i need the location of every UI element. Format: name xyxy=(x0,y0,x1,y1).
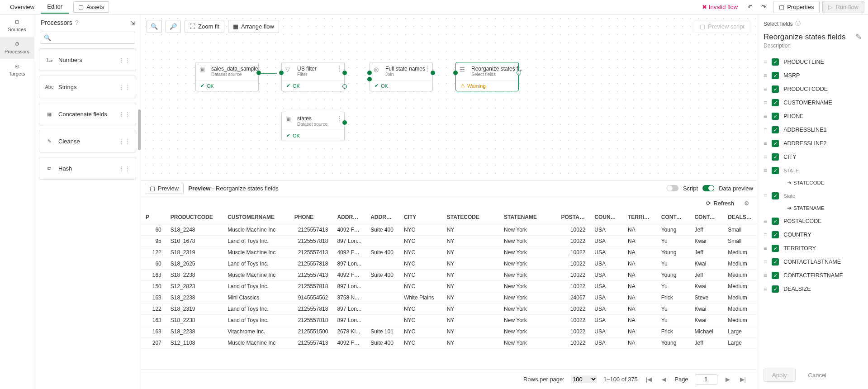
port-in[interactable] xyxy=(279,71,284,75)
field-row[interactable]: ≡ ✓ ADDRESSLINE2 xyxy=(764,137,862,150)
field-checkbox[interactable]: ✓ xyxy=(772,218,779,225)
drag-grip-icon[interactable]: ⋮⋮ xyxy=(119,84,130,90)
settings-icon[interactable]: ⚙ xyxy=(744,200,749,207)
page-input[interactable] xyxy=(695,374,717,384)
node-reorganize-states-fields[interactable]: ☰ Reorganize states f... Select fields ⋮… xyxy=(455,62,519,91)
undo-button[interactable]: ↶ xyxy=(743,1,757,14)
drag-handle-icon[interactable]: ≡ xyxy=(764,231,767,238)
processor-item[interactable]: ⧉ Hash ⋮⋮ xyxy=(39,157,136,180)
port-in[interactable] xyxy=(453,71,458,75)
drag-grip-icon[interactable]: ⋮⋮ xyxy=(119,165,130,172)
field-checkbox[interactable]: ✓ xyxy=(772,285,779,293)
table-row[interactable]: 60S18_2625Land of Toys Inc.2125557818897… xyxy=(141,258,757,270)
drag-grip-icon[interactable]: ⋮⋮ xyxy=(119,111,130,118)
field-row[interactable]: ≡ ✓ CONTACTFIRSTNAME xyxy=(764,269,862,282)
prev-page-button[interactable]: ◀ xyxy=(660,376,668,383)
field-checkbox[interactable]: ✓ xyxy=(772,58,779,66)
field-checkbox[interactable]: ✓ xyxy=(772,113,779,120)
table-row[interactable]: 163S18_2238Muscle Machine Inc21255574134… xyxy=(141,270,757,281)
table-row[interactable]: 163S18_2238Vitachrome Inc.21255515002678… xyxy=(141,326,757,337)
cancel-button[interactable]: Cancel xyxy=(800,369,835,382)
drag-handle-icon[interactable]: ≡ xyxy=(764,153,767,161)
rail-sources[interactable]: ⊞ Sources xyxy=(0,14,34,37)
drag-handle-icon[interactable]: ≡ xyxy=(764,58,767,66)
field-rename-row[interactable]: ≡ ✓ STATE ➔STATECODE xyxy=(764,164,862,189)
drag-handle-icon[interactable]: ≡ xyxy=(764,272,767,279)
processors-search[interactable]: 🔍 xyxy=(40,32,135,44)
port-out[interactable] xyxy=(342,71,347,75)
field-row[interactable]: ≡ ✓ CUSTOMERNAME xyxy=(764,96,862,109)
arrange-flow-button[interactable]: ▦ Arrange flow xyxy=(228,20,279,33)
field-row[interactable]: ≡ ✓ PRODUCTLINE xyxy=(764,55,862,69)
field-checkbox[interactable]: ✓ xyxy=(772,272,779,279)
table-header[interactable]: CONTACTL xyxy=(657,210,690,224)
field-checkbox[interactable]: ✓ xyxy=(772,99,779,106)
processor-item[interactable]: ✎ Cleanse ⋮⋮ xyxy=(39,130,136,152)
node-states[interactable]: ▣ states Dataset source ⋮ ✔OK xyxy=(281,112,345,141)
field-checkbox[interactable]: ✓ xyxy=(772,245,779,252)
tab-overview[interactable]: Overview xyxy=(4,1,41,13)
node-menu-icon[interactable]: ⋮ xyxy=(425,65,431,72)
node-menu-icon[interactable]: ⋮ xyxy=(251,65,256,72)
info-icon[interactable]: ⓘ xyxy=(795,20,801,28)
port-out[interactable] xyxy=(342,120,347,125)
table-header[interactable]: CONTACTF xyxy=(690,210,723,224)
edit-icon[interactable]: ✎ xyxy=(855,32,862,42)
processor-item[interactable]: 1₂₃ Numbers ⋮⋮ xyxy=(39,48,136,71)
port-out[interactable] xyxy=(431,71,435,75)
refresh-button[interactable]: ⟳ Refresh xyxy=(702,198,738,209)
table-header[interactable]: POSTALCO xyxy=(557,210,590,224)
node-us-filter[interactable]: ▽ US filter Filter ⋮ ✔OK xyxy=(281,62,345,91)
properties-button[interactable]: ▢ Properties xyxy=(773,1,820,13)
drag-handle-icon[interactable]: ≡ xyxy=(764,218,767,225)
rail-processors[interactable]: ⚙ Processors xyxy=(0,37,34,59)
field-row[interactable]: ≡ ✓ POSTALCODE xyxy=(764,214,862,228)
table-header[interactable]: ADDRESSL xyxy=(366,210,399,224)
processor-item[interactable]: ▦ Concatenate fields ⋮⋮ xyxy=(39,103,136,125)
next-page-button[interactable]: ▶ xyxy=(724,376,732,383)
redo-button[interactable]: ↷ xyxy=(757,1,770,14)
node-menu-icon[interactable]: ⋮ xyxy=(337,115,342,122)
drag-handle-icon[interactable]: ≡ xyxy=(764,72,767,79)
table-header[interactable]: CUSTOMERNAME xyxy=(223,210,289,224)
drag-handle-icon[interactable]: ≡ xyxy=(764,85,767,93)
drag-handle-icon[interactable]: ≡ xyxy=(764,99,767,106)
data-preview-toggle[interactable] xyxy=(702,185,714,191)
drag-handle-icon[interactable]: ≡ xyxy=(764,258,767,266)
help-icon[interactable]: ? xyxy=(75,19,79,26)
port-in-2[interactable] xyxy=(367,77,372,81)
table-row[interactable]: 163S18_2238Land of Toys Inc.212555781889… xyxy=(141,315,757,326)
table-row[interactable]: 163S18_2238Mini Classics91455545623758 N… xyxy=(141,292,757,304)
table-row[interactable]: 60S18_2248Muscle Machine Inc212555741340… xyxy=(141,224,757,236)
table-header[interactable]: COUNTRY xyxy=(590,210,623,224)
tab-editor[interactable]: Editor xyxy=(41,0,69,14)
scrollbar[interactable] xyxy=(138,109,141,150)
zoom-fit-button[interactable]: ⛶ Zoom fit xyxy=(185,20,224,33)
node-sales-data-sample[interactable]: ▣ sales_data_sample Dataset source ⋮ ✔OK xyxy=(195,62,259,91)
zoom-out-button[interactable]: 🔎 xyxy=(166,20,181,33)
last-page-button[interactable]: ▶| xyxy=(738,376,748,383)
assets-button[interactable]: ▢ Assets xyxy=(73,1,109,13)
table-row[interactable]: 95S10_1678Land of Toys Inc.2125557818897… xyxy=(141,236,757,247)
field-row[interactable]: ≡ ✓ CONTACTLASTNAME xyxy=(764,255,862,269)
drag-handle-icon[interactable]: ≡ xyxy=(764,126,767,133)
field-checkbox[interactable]: ✓ xyxy=(772,153,779,161)
port-out[interactable] xyxy=(256,71,261,75)
field-checkbox[interactable]: ✓ xyxy=(772,167,779,174)
zoom-in-button[interactable]: 🔍 xyxy=(147,20,162,33)
drag-handle-icon[interactable]: ≡ xyxy=(764,140,767,147)
script-toggle[interactable] xyxy=(667,185,678,191)
field-checkbox[interactable]: ✓ xyxy=(772,258,779,266)
table-header[interactable]: DEALSIZE xyxy=(723,210,757,224)
preview-tab-button[interactable]: ▢ Preview xyxy=(145,183,184,194)
table-row[interactable]: 122S18_2319Muscle Machine Inc21255574134… xyxy=(141,247,757,258)
drag-handle-icon[interactable]: ≡ xyxy=(764,192,767,199)
collapse-icon[interactable]: ⇲ xyxy=(130,20,135,27)
table-header[interactable]: STATENAME xyxy=(499,210,556,224)
table-row[interactable]: 207S12_1108Muscle Machine Inc21255574134… xyxy=(141,337,757,349)
field-row[interactable]: ≡ ✓ PHONE xyxy=(764,109,862,123)
table-row[interactable]: 122S18_2319Land of Toys Inc.212555781889… xyxy=(141,304,757,315)
field-row[interactable]: ≡ ✓ ADDRESSLINE1 xyxy=(764,123,862,137)
first-page-button[interactable]: |◀ xyxy=(644,376,654,383)
node-full-state-names[interactable]: ◎ Full state names Join ⋮ ✔OK xyxy=(370,62,433,91)
